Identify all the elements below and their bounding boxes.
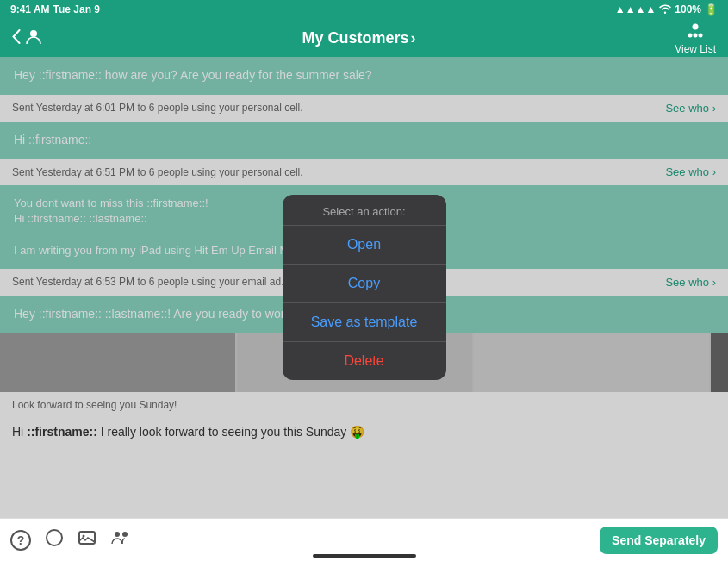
toolbar-icons: ? (10, 528, 131, 552)
svg-point-9 (122, 532, 128, 537)
status-left: 9:41 AM Tue Jan 9 (10, 3, 100, 16)
svg-point-5 (47, 530, 62, 545)
svg-point-2 (688, 33, 693, 37)
page-title: My Customers › (302, 29, 416, 47)
svg-point-1 (693, 23, 699, 29)
svg-point-4 (699, 33, 703, 37)
action-save-template[interactable]: Save as template (283, 303, 446, 342)
back-button[interactable] (12, 28, 43, 49)
main-content: Hey ::firstname:: how are you? Are you r… (0, 57, 728, 518)
send-separately-button[interactable]: Send Separately (600, 527, 718, 554)
status-right: ▲▲▲▲ 100% 🔋 (615, 3, 718, 16)
action-sheet-title: Select an action: (283, 195, 446, 226)
status-bar: 9:41 AM Tue Jan 9 ▲▲▲▲ 100% 🔋 (0, 0, 728, 19)
status-date: Tue Jan 9 (53, 3, 100, 16)
signal-icon: ▲▲▲▲ (615, 3, 656, 16)
contacts-icon[interactable] (110, 528, 131, 552)
help-icon[interactable]: ? (10, 530, 31, 551)
back-chevron (12, 29, 21, 47)
home-indicator (313, 554, 416, 558)
action-open[interactable]: Open (283, 226, 446, 265)
action-sheet: Select an action: Open Copy Save as temp… (283, 195, 446, 380)
svg-point-0 (30, 30, 37, 37)
nav-bar: My Customers › View List (0, 19, 728, 57)
wifi-icon (659, 3, 671, 16)
circle-icon[interactable] (45, 528, 64, 552)
title-chevron: › (411, 29, 416, 47)
svg-point-3 (694, 33, 698, 37)
view-list-label: View List (675, 43, 716, 55)
view-list-button[interactable]: View List (675, 22, 716, 55)
image-icon[interactable] (78, 528, 96, 552)
battery-status: 100% (675, 3, 701, 16)
svg-point-8 (115, 532, 120, 537)
person-icon (24, 28, 43, 49)
status-time: 9:41 AM (10, 3, 50, 16)
action-delete[interactable]: Delete (283, 342, 446, 380)
action-copy[interactable]: Copy (283, 265, 446, 303)
battery-icon: 🔋 (705, 3, 718, 16)
list-icon (686, 22, 705, 43)
